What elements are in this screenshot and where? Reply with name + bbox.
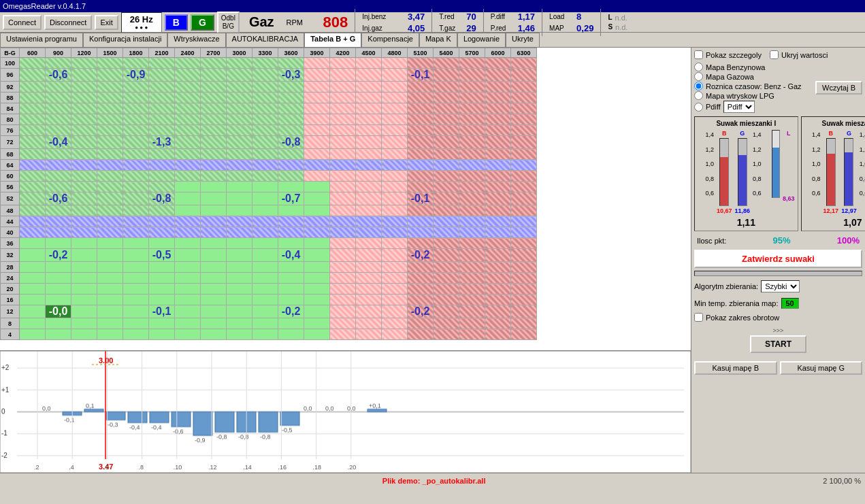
map-cell[interactable] [485,69,511,82]
map-cell[interactable] [511,329,537,340]
map-cell[interactable] [252,93,278,103]
map-cell[interactable] [356,136,382,149]
map-cell[interactable] [201,149,227,160]
map-cell[interactable] [201,192,227,205]
map-cell[interactable] [175,284,201,295]
map-cell[interactable] [382,227,408,238]
map-cell[interactable] [434,318,459,329]
map-cell[interactable] [485,171,511,182]
map-cell[interactable] [149,295,175,305]
map-cell[interactable] [149,149,175,160]
map-cell[interactable] [46,182,71,192]
map-cell[interactable] [46,103,71,114]
map-cell[interactable] [408,136,434,149]
map-cell[interactable] [408,182,434,192]
map-cell[interactable] [382,192,408,205]
map-cell[interactable] [20,171,46,182]
map-cell[interactable] [252,182,278,192]
map-cell[interactable] [149,238,175,249]
map-cell[interactable] [71,329,97,340]
map-cell[interactable] [459,305,485,318]
map-cell[interactable] [252,262,278,273]
map-cell[interactable] [330,82,356,93]
map-cell[interactable] [330,238,356,249]
map-cell[interactable] [201,136,227,149]
map-cell[interactable] [71,58,97,69]
map-cell[interactable] [382,262,408,273]
tab-tabela[interactable]: Tabela B + G [304,33,361,47]
tab-wtryskiwacze[interactable]: Wtryskiwacze [167,33,225,47]
map-cell[interactable] [252,273,278,284]
map-cell[interactable] [459,125,485,136]
map-cell[interactable] [149,182,175,192]
map-cell[interactable] [46,125,71,136]
zatwierdz-button[interactable]: Zatwierdz suwaki [694,250,862,268]
map-cell[interactable] [20,182,46,192]
map-cell[interactable] [511,182,537,192]
map-cell[interactable] [459,171,485,182]
map-cell[interactable] [149,273,175,284]
connect-button[interactable]: Connect [3,15,42,30]
map-cell[interactable] [485,182,511,192]
map-cell[interactable] [175,93,201,103]
map-cell[interactable] [278,284,304,295]
map-cell[interactable] [201,205,227,216]
map-cell[interactable] [97,216,123,227]
map-cell[interactable] [201,262,227,273]
map-cell[interactable] [382,125,408,136]
map-cell[interactable] [201,318,227,329]
map-cell[interactable] [201,125,227,136]
map-cell[interactable] [123,238,149,249]
map-cell[interactable] [71,171,97,182]
start-button[interactable]: START [750,335,806,353]
map-cell[interactable] [71,249,97,262]
map-cell[interactable] [46,205,71,216]
map-cell[interactable] [382,171,408,182]
map-cell[interactable]: -0,2 [408,249,434,262]
map-cell[interactable] [71,216,97,227]
map-cell[interactable] [459,295,485,305]
map-cell[interactable] [20,262,46,273]
map-cell[interactable] [97,58,123,69]
map-cell[interactable] [356,238,382,249]
map-cell[interactable] [330,69,356,82]
map-cell[interactable] [408,125,434,136]
map-cell[interactable] [123,273,149,284]
map-cell[interactable] [356,93,382,103]
tab-autokalibracja[interactable]: AUTOKALIBRACJA [226,33,305,47]
map-cell[interactable] [511,58,537,69]
ukryj-wartosci-checkbox[interactable] [770,50,779,59]
map-cell[interactable] [485,192,511,205]
map-cell[interactable] [330,227,356,238]
map-cell[interactable] [356,273,382,284]
map-cell[interactable] [149,284,175,295]
map-cell[interactable] [20,136,46,149]
map-cell[interactable] [304,171,330,182]
map-cell[interactable] [46,171,71,182]
map-cell[interactable] [304,58,330,69]
map-cell[interactable] [201,295,227,305]
map-cell[interactable] [382,93,408,103]
map-cell[interactable] [201,284,227,295]
map-cell[interactable] [227,284,252,295]
map-cell[interactable]: -0,2 [408,305,434,318]
map-cell[interactable] [304,114,330,125]
map-cell[interactable] [71,205,97,216]
map-cell[interactable] [304,82,330,93]
map-cell[interactable] [304,262,330,273]
map-cell[interactable]: -0,7 [278,192,304,205]
map-cell[interactable] [227,305,252,318]
map-cell[interactable] [459,136,485,149]
map-cell[interactable] [201,227,227,238]
map-cell[interactable] [382,58,408,69]
map-cell[interactable] [227,182,252,192]
map-cell[interactable] [46,58,71,69]
map-cell[interactable] [408,160,434,171]
map-cell[interactable] [382,149,408,160]
map-cell[interactable] [227,238,252,249]
map-cell[interactable] [71,69,97,82]
map-cell[interactable] [97,125,123,136]
map-cell[interactable] [71,284,97,295]
map-cell[interactable] [20,82,46,93]
map-cell[interactable] [304,238,330,249]
